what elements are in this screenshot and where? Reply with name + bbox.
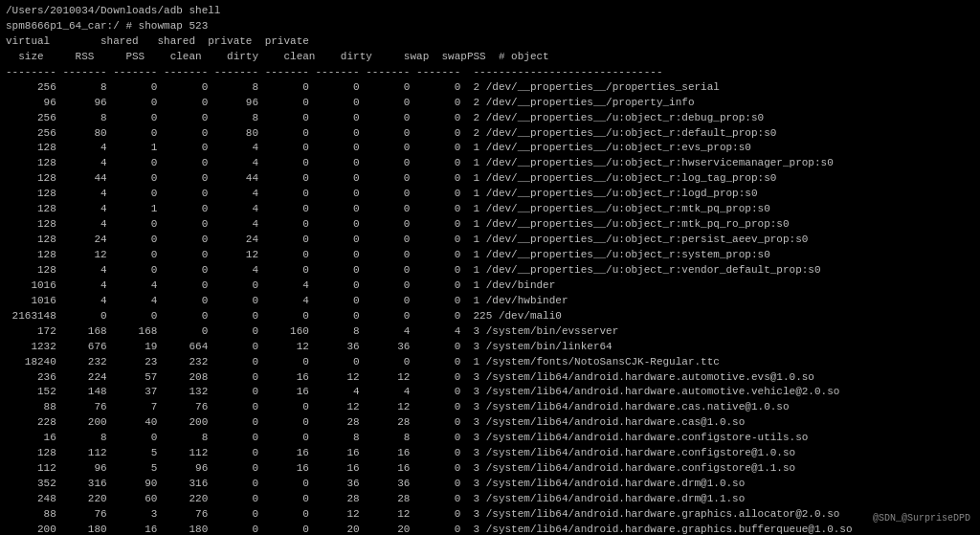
data-row-18: 1232 676 19 664 0 12 36 36 0 3 /system/b… [6, 340, 974, 355]
data-row-27: 352 316 90 316 0 0 36 36 0 3 /system/lib… [6, 477, 974, 492]
terminal-output: /Users/2010034/Downloads/adb shell spm86… [6, 4, 974, 535]
data-row-5: 128 4 1 0 4 0 0 0 0 1 /dev/__properties_… [6, 141, 974, 156]
col-header-1: virtual shared shared private private [6, 34, 974, 50]
data-row-2: 96 96 0 0 96 0 0 0 0 2 /dev/__properties… [6, 96, 974, 111]
data-row-9: 128 4 1 0 4 0 0 0 0 1 /dev/__properties_… [6, 202, 974, 217]
data-row-12: 128 12 0 0 12 0 0 0 0 1 /dev/__propertie… [6, 248, 974, 263]
terminal-container: /Users/2010034/Downloads/adb shell spm86… [6, 4, 974, 535]
data-row-4: 256 80 0 0 80 0 0 0 0 2 /dev/__propertie… [6, 126, 974, 142]
data-row-28: 248 220 60 220 0 0 28 28 0 3 /system/lib… [6, 492, 974, 507]
data-row-26: 112 96 5 96 0 16 16 16 0 3 /system/lib64… [6, 461, 974, 477]
watermark: @SDN_@SurpriseDPD [873, 512, 970, 526]
data-row-1: 256 8 0 0 8 0 0 0 0 2 /dev/__properties_… [6, 80, 974, 96]
data-row-29: 88 76 3 76 0 0 12 12 0 3 /system/lib64/a… [6, 507, 974, 523]
data-row-16: 2163148 0 0 0 0 0 0 0 0 225 /dev/mali0 [6, 309, 974, 324]
data-row-10: 128 4 0 0 4 0 0 0 0 1 /dev/__properties_… [6, 217, 974, 233]
separator-line: -------- ------- ------- ------- -------… [6, 65, 974, 80]
col-header-2: size RSS PSS clean dirty clean dirty swa… [6, 50, 974, 65]
data-row-17: 172 168 168 0 0 160 8 4 4 3 /system/bin/… [6, 324, 974, 340]
data-row-23: 228 200 40 200 0 0 28 28 0 3 /system/lib… [6, 415, 974, 431]
data-row-13: 128 4 0 0 4 0 0 0 0 1 /dev/__properties_… [6, 263, 974, 279]
path-line: /Users/2010034/Downloads/adb shell [6, 4, 974, 19]
data-row-11: 128 24 0 0 24 0 0 0 0 1 /dev/__propertie… [6, 233, 974, 248]
data-row-21: 152 148 37 132 0 16 4 4 0 3 /system/lib6… [6, 385, 974, 400]
data-row-20: 236 224 57 208 0 16 12 12 0 3 /system/li… [6, 370, 974, 386]
data-row-7: 128 44 0 0 44 0 0 0 0 1 /dev/__propertie… [6, 171, 974, 187]
data-row-15: 1016 4 4 0 0 4 0 0 0 1 /dev/hwbinder [6, 294, 974, 309]
data-row-3: 256 8 0 0 8 0 0 0 0 2 /dev/__properties_… [6, 111, 974, 126]
data-row-24: 16 8 0 8 0 0 8 8 0 3 /system/lib64/andro… [6, 431, 974, 446]
data-row-22: 88 76 7 76 0 0 12 12 0 3 /system/lib64/a… [6, 400, 974, 415]
data-row-30: 200 180 16 180 0 0 20 20 0 3 /system/lib… [6, 523, 974, 535]
data-row-14: 1016 4 4 0 0 4 0 0 0 1 /dev/binder [6, 279, 974, 294]
data-row-8: 128 4 0 0 4 0 0 0 0 1 /dev/__properties_… [6, 187, 974, 202]
data-row-19: 18240 232 23 232 0 0 0 0 0 1 /system/fon… [6, 355, 974, 370]
command-line: spm8666p1_64_car:/ # showmap 523 [6, 19, 974, 34]
data-row-6: 128 4 0 0 4 0 0 0 0 1 /dev/__properties_… [6, 156, 974, 171]
data-row-25: 128 112 5 112 0 16 16 16 0 3 /system/lib… [6, 446, 974, 461]
